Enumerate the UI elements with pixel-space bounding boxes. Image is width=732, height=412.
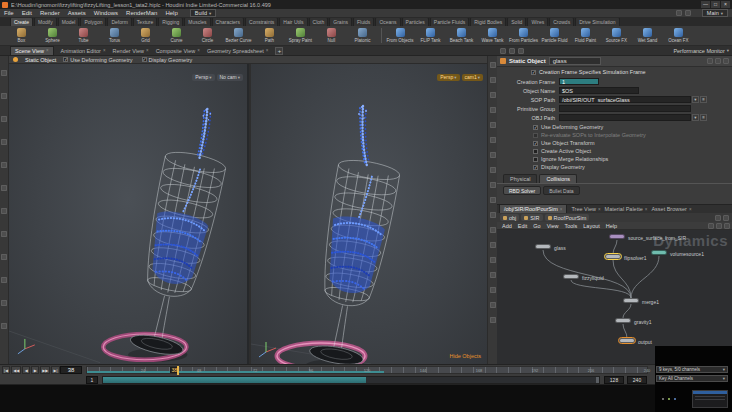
- param-checkbox-row[interactable]: Ignore Merge Relationships: [497, 156, 732, 163]
- desktop-main-selector[interactable]: Main ▾: [702, 9, 728, 17]
- breadcrumb-item[interactable]: RoofPourSim: [545, 214, 590, 221]
- persp-view-icon[interactable]: [490, 107, 496, 113]
- shelf-tab[interactable]: Characters: [212, 18, 244, 26]
- shelf-tool[interactable]: FLIP Tank: [415, 28, 446, 43]
- param-field[interactable]: [559, 114, 691, 121]
- help-icon[interactable]: [723, 58, 729, 64]
- shelf-tool[interactable]: Wave Tank: [477, 28, 508, 43]
- checkbox[interactable]: ✓: [531, 70, 536, 75]
- gear-icon[interactable]: [715, 58, 721, 64]
- network-menu-item[interactable]: View: [544, 223, 562, 229]
- snap-icon[interactable]: [1, 185, 7, 191]
- close-icon[interactable]: ×: [197, 48, 200, 53]
- pin-pane-icon[interactable]: [509, 48, 515, 54]
- breadcrumb-item[interactable]: SIR: [521, 214, 542, 221]
- pin-icon[interactable]: [707, 58, 713, 64]
- global-range-end-field[interactable]: 240: [627, 376, 647, 384]
- lights-icon[interactable]: [490, 182, 496, 188]
- shelf-tool[interactable]: Torus: [99, 28, 130, 43]
- maximize-button[interactable]: □: [711, 1, 720, 8]
- camera-selector[interactable]: No cam▾: [217, 74, 244, 81]
- param-tab[interactable]: Physical: [503, 174, 537, 183]
- checkbox[interactable]: ✓: [142, 57, 147, 62]
- shelf-tool[interactable]: Particle Fluid: [539, 28, 570, 43]
- playback-range-slider[interactable]: [102, 376, 600, 384]
- network-canvas[interactable]: Dynamics glassfizzyliquidsource_surface_…: [497, 230, 732, 364]
- param-checkbox-row[interactable]: Create Active Object: [497, 148, 732, 155]
- close-icon[interactable]: ×: [689, 207, 692, 212]
- display-points-icon[interactable]: [490, 272, 496, 278]
- snap-view-icon[interactable]: [490, 212, 496, 218]
- view-options-icon[interactable]: [490, 302, 496, 308]
- shelf-tool[interactable]: Bezier Curve: [223, 28, 254, 43]
- menubar-item[interactable]: Help: [161, 10, 181, 16]
- shelf-tab[interactable]: Crowds: [549, 18, 574, 26]
- shelf-tool[interactable]: Circle: [192, 28, 223, 43]
- viewport-right[interactable]: Persp▾ cam1▾ Hide Objects: [251, 64, 487, 364]
- param-checkbox-row[interactable]: ✓Use Deforming Geometry: [497, 124, 732, 131]
- frame-view-icon[interactable]: [490, 77, 496, 83]
- projection-selector[interactable]: Persp▾: [192, 74, 214, 81]
- file-chooser-icon[interactable]: ≡: [700, 96, 707, 103]
- color-palette-icon[interactable]: [724, 223, 730, 229]
- close-icon[interactable]: ×: [46, 48, 49, 53]
- group-list-icon[interactable]: [490, 257, 496, 263]
- shelf-tool[interactable]: Grid: [130, 28, 161, 43]
- shelf-tool[interactable]: Beach Tank: [446, 28, 477, 43]
- close-icon[interactable]: ×: [266, 48, 269, 53]
- network-node[interactable]: volumesource1: [651, 250, 667, 255]
- viewport-left[interactable]: Persp▾ No cam▾: [9, 64, 249, 364]
- transport-button[interactable]: ◀◀: [11, 366, 21, 374]
- current-frame-field[interactable]: 38: [60, 366, 82, 374]
- shelf-tab[interactable]: Texture: [133, 18, 157, 26]
- shelf-tool[interactable]: Spray Paint: [285, 28, 316, 43]
- shelf-tool[interactable]: Path: [254, 28, 285, 43]
- close-icon[interactable]: ×: [560, 207, 563, 212]
- shelf-tool[interactable]: Ocean FX: [663, 28, 694, 43]
- checkbox[interactable]: ✓: [533, 125, 538, 130]
- param-field[interactable]: 1: [559, 78, 599, 85]
- param-checkbox-row[interactable]: Re-evaluate SOPs to Interpolate Geometry: [497, 132, 732, 139]
- shelf-tool[interactable]: Fluid Paint: [570, 28, 601, 43]
- shelf-tool[interactable]: Source FX: [601, 28, 632, 43]
- checkbox[interactable]: [533, 133, 538, 138]
- menubar-item[interactable]: RenderMan: [122, 10, 161, 16]
- camera-icon[interactable]: [1, 277, 7, 283]
- playhead[interactable]: [177, 366, 179, 375]
- shelf-tab[interactable]: Wires: [527, 18, 548, 26]
- smooth-shade-icon[interactable]: [490, 152, 496, 158]
- grid-toggle-icon[interactable]: [490, 197, 496, 203]
- network-menu-item[interactable]: Tools: [561, 223, 580, 229]
- split-pane-icon[interactable]: [518, 48, 524, 54]
- desktop-selector[interactable]: Build ▾: [190, 9, 217, 17]
- transport-button[interactable]: ▶|: [51, 366, 59, 374]
- shelf-tool[interactable]: Tube: [68, 28, 99, 43]
- menubar-item[interactable]: Windows: [90, 10, 122, 16]
- shelf-tool[interactable]: From Objects: [381, 28, 415, 43]
- pane-layout-icon[interactable]: [1, 300, 7, 306]
- viewport-toolbar-checkbox[interactable]: ✓Display Geometry: [142, 57, 193, 63]
- home-view-icon[interactable]: [490, 62, 496, 68]
- network-menu-item[interactable]: Add: [499, 223, 515, 229]
- shelf-tab[interactable]: Cloth: [309, 18, 329, 26]
- shelf-tab[interactable]: Grains: [329, 18, 352, 26]
- param-tab[interactable]: Collisions: [539, 174, 577, 183]
- pane-tab[interactable]: Animation Editor×: [61, 48, 106, 54]
- transport-button[interactable]: ◀: [22, 366, 30, 374]
- shelf-tool[interactable]: Sphere: [37, 28, 68, 43]
- network-node[interactable]: merge1: [623, 298, 639, 303]
- close-button[interactable]: ×: [721, 1, 730, 8]
- network-node[interactable]: glass: [535, 244, 551, 249]
- shelf-tab[interactable]: Fluids: [353, 18, 374, 26]
- shelf-tab[interactable]: Drive Simulation: [575, 18, 619, 26]
- param-checkbox-row[interactable]: ✓Use Object Transform: [497, 140, 732, 147]
- shelf-tab[interactable]: Model: [58, 18, 80, 26]
- wireframe-mode-icon[interactable]: [490, 137, 496, 143]
- menubar-item[interactable]: Edit: [18, 10, 36, 16]
- close-icon[interactable]: ×: [103, 48, 106, 53]
- network-menu-item[interactable]: Layout: [580, 223, 603, 229]
- help-icon[interactable]: [1, 323, 7, 329]
- keyframe-icon[interactable]: [1, 208, 7, 214]
- grid-snap-icon[interactable]: [708, 223, 714, 229]
- shelf-tool[interactable]: Curve: [161, 28, 192, 43]
